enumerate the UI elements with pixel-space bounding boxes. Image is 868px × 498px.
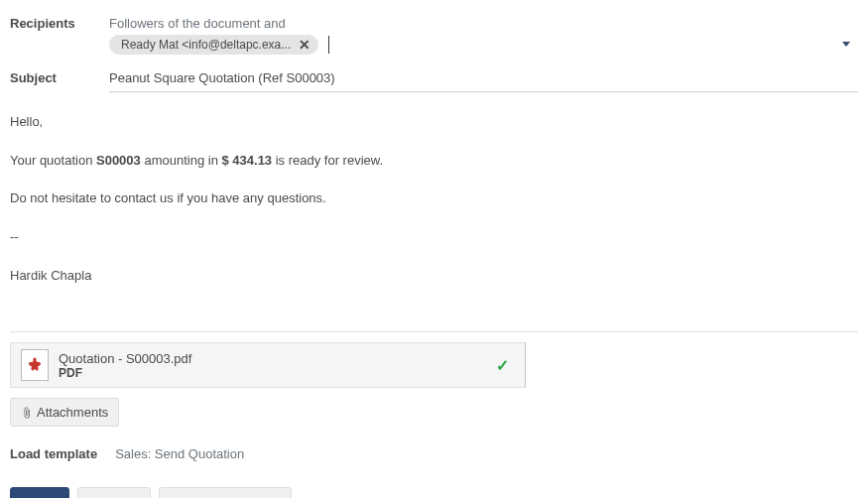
attachments-button[interactable]: Attachments [10,398,119,427]
attachment-type: PDF [59,366,496,380]
footer-buttons: Send Discard Save Template [10,487,858,498]
recipients-field[interactable]: Followers of the document and Ready Mat … [109,10,858,55]
body-line1: Your quotation S00003 amounting in $ 434… [10,149,858,174]
check-icon: ✓ [496,356,509,375]
template-label: Load template [10,446,97,461]
remove-recipient-icon[interactable]: ✕ [299,38,310,52]
attachment-info: Quotation - S00003.pdf PDF [59,351,496,380]
template-select[interactable]: Sales: Send Quotation [115,446,244,461]
attachment-item[interactable]: Quotation - S00003.pdf PDF ✓ [10,342,526,388]
attachments-button-label: Attachments [37,405,108,420]
followers-text: Followers of the document and [109,10,858,31]
divider [10,331,858,332]
paperclip-icon [21,407,33,419]
recipients-dropdown-icon[interactable] [842,42,850,47]
body-greeting: Hello, [10,110,858,135]
save-template-button[interactable]: Save Template [159,487,292,498]
signature-divider: -- [10,225,858,250]
pdf-file-icon [21,349,49,381]
message-body[interactable]: Hello, Your quotation S00003 amounting i… [10,102,858,321]
subject-row: Subject [10,64,858,92]
send-button[interactable]: Send [10,487,69,498]
subject-input[interactable] [109,64,858,92]
recipient-chip[interactable]: Ready Mat <info@deltapc.exa... ✕ [109,35,318,55]
recipients-row: Recipients Followers of the document and… [10,10,858,55]
quotation-ref: S00003 [96,153,141,168]
input-cursor [328,36,329,54]
attachment-filename: Quotation - S00003.pdf [59,351,496,366]
discard-button[interactable]: Discard [77,487,151,498]
recipients-tags[interactable]: Ready Mat <info@deltapc.exa... ✕ [109,35,858,55]
recipients-label: Recipients [10,10,109,31]
template-row: Load template Sales: Send Quotation [10,446,858,461]
body-line2: Do not hesitate to contact us if you hav… [10,187,858,211]
subject-label: Subject [10,64,109,85]
signature-name: Hardik Chapla [10,264,858,289]
recipient-chip-label: Ready Mat <info@deltapc.exa... [121,38,291,52]
quotation-amount: $ 434.13 [221,153,272,168]
